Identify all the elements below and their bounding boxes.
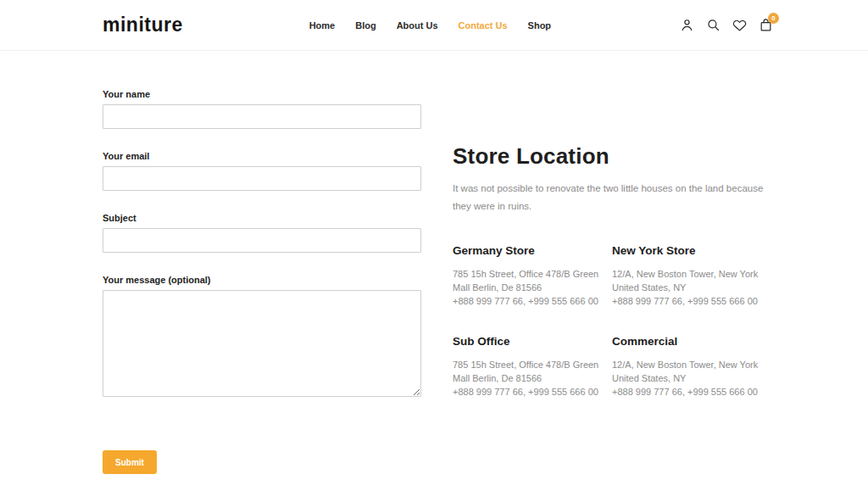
- store-address: 12/A, New Boston Tower, New York United …: [612, 267, 771, 308]
- header-icons: 0: [677, 16, 775, 35]
- message-field-label: Your message (optional): [103, 275, 421, 285]
- email-field-group: Your email: [103, 151, 421, 191]
- main-content: Your name Your email Subject Your messag…: [0, 51, 868, 502]
- nav-item-about-us[interactable]: About Us: [397, 20, 438, 31]
- name-field-label: Your name: [103, 89, 421, 99]
- name-input[interactable]: [103, 104, 421, 129]
- store-block-sub-office: Sub Office 785 15h Street, Office 478/B …: [453, 335, 612, 399]
- wishlist-heart-icon[interactable]: [730, 16, 748, 35]
- store-phones: +888 999 777 66, +999 555 666 00: [453, 385, 612, 399]
- store-address-line: Mall Berlin, De 81566: [453, 371, 612, 385]
- store-address: 785 15h Street, Office 478/B Green Mall …: [453, 358, 612, 399]
- message-field-group: Your message (optional): [103, 275, 421, 400]
- submit-button[interactable]: Submit: [103, 450, 157, 474]
- store-name: Germany Store: [453, 244, 612, 257]
- store-address: 785 15h Street, Office 478/B Green Mall …: [453, 267, 612, 308]
- contact-form: Your name Your email Subject Your messag…: [103, 89, 421, 474]
- store-address-line: United States, NY: [612, 281, 771, 294]
- store-location-description: It was not possible to renovate the two …: [453, 180, 773, 215]
- store-address-line: 12/A, New Boston Tower, New York: [612, 358, 771, 371]
- store-block-commercial: Commercial 12/A, New Boston Tower, New Y…: [612, 335, 771, 399]
- subject-field-group: Subject: [103, 213, 421, 253]
- store-phones: +888 999 777 66, +999 555 666 00: [453, 294, 612, 308]
- main-nav: Home Blog About Us Contact Us Shop: [183, 20, 677, 31]
- cart-count-badge: 0: [768, 13, 779, 24]
- stores-grid: Germany Store 785 15h Street, Office 478…: [453, 244, 773, 399]
- cart-bag-icon[interactable]: 0: [756, 16, 775, 35]
- store-name: New York Store: [612, 244, 771, 257]
- email-field-label: Your email: [103, 151, 421, 161]
- store-phones: +888 999 777 66, +999 555 666 00: [612, 294, 771, 308]
- store-address-line: United States, NY: [612, 371, 771, 385]
- nav-item-blog[interactable]: Blog: [355, 20, 376, 31]
- message-textarea[interactable]: [103, 290, 421, 397]
- store-address-line: 12/A, New Boston Tower, New York: [612, 267, 771, 281]
- name-field-group: Your name: [103, 89, 421, 129]
- account-icon[interactable]: [677, 16, 696, 35]
- store-location-title: Store Location: [453, 143, 773, 170]
- store-address-line: 785 15h Street, Office 478/B Green: [453, 358, 612, 371]
- store-phones: +888 999 777 66, +999 555 666 00: [612, 385, 771, 399]
- store-block-new-york: New York Store 12/A, New Boston Tower, N…: [612, 244, 771, 308]
- store-address-line: Mall Berlin, De 81566: [453, 281, 612, 294]
- store-location-section: Store Location It was not possible to re…: [453, 89, 773, 474]
- store-address-line: 785 15h Street, Office 478/B Green: [453, 267, 612, 281]
- email-input[interactable]: [103, 166, 421, 191]
- store-block-germany: Germany Store 785 15h Street, Office 478…: [453, 244, 612, 308]
- subject-input[interactable]: [103, 228, 421, 253]
- nav-item-home[interactable]: Home: [309, 20, 336, 31]
- search-icon[interactable]: [704, 16, 722, 35]
- nav-item-contact-us[interactable]: Contact Us: [459, 20, 508, 31]
- store-name: Commercial: [612, 335, 771, 348]
- store-address: 12/A, New Boston Tower, New York United …: [612, 358, 771, 399]
- brand-logo[interactable]: miniture: [103, 14, 183, 36]
- header: miniture Home Blog About Us Contact Us S…: [0, 0, 868, 51]
- nav-item-shop[interactable]: Shop: [528, 20, 552, 31]
- subject-field-label: Subject: [103, 213, 421, 223]
- store-name: Sub Office: [453, 335, 612, 348]
